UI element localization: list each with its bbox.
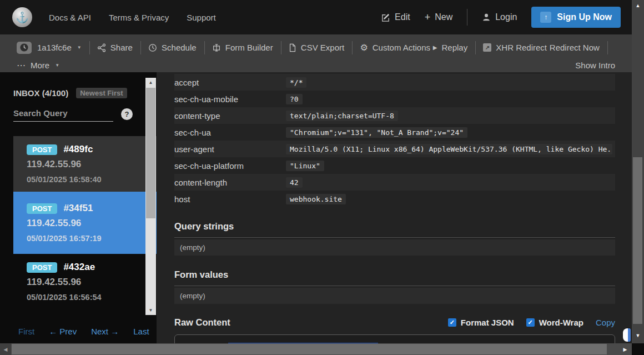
request-timestamp: 05/01/2025 16:56:54 xyxy=(27,293,159,302)
vertical-scrollbar-thumb[interactable] xyxy=(633,157,642,324)
pagination-first[interactable]: First xyxy=(18,327,34,336)
share-button[interactable]: Share xyxy=(97,43,133,52)
scroll-down-icon[interactable]: ▼ xyxy=(145,308,156,313)
csv-export-button[interactable]: CSV Export xyxy=(289,43,344,52)
sign-up-now-button[interactable]: ↑ Sign Up Now xyxy=(531,7,621,28)
sidebar-inner: INBOX (4/100) Newest First ? POST #489fc… xyxy=(0,72,157,309)
new-button[interactable]: + New xyxy=(425,12,453,23)
show-intro-link[interactable]: Show Intro xyxy=(575,61,615,70)
header-name: sec-ch-ua-mobile xyxy=(174,94,286,104)
form-values-title: Form values xyxy=(174,269,615,280)
header-row: sec-ch-ua "Chromium";v="131", "Not_A Bra… xyxy=(174,124,615,141)
replay-label: Replay xyxy=(441,43,467,52)
edit-button[interactable]: Edit xyxy=(381,12,410,22)
sort-order-badge[interactable]: Newest First xyxy=(76,88,127,98)
horizontal-scrollbar[interactable]: ◀ ▶ xyxy=(0,343,632,355)
replay-button[interactable]: ▶ Replay xyxy=(433,43,467,52)
form-builder-icon xyxy=(212,43,221,52)
scrollbar-corner xyxy=(632,343,644,355)
search-row: ? xyxy=(13,107,157,122)
login-button[interactable]: Login xyxy=(482,12,517,22)
toolbar-row-2: ⋯ More ▼ Show Intro xyxy=(17,58,615,72)
form-values-empty: (empty) xyxy=(174,288,615,304)
schedule-button[interactable]: Schedule xyxy=(148,43,197,52)
request-list: POST #489fc 119.42.55.96 05/01/2025 16:5… xyxy=(13,136,159,309)
upload-arrow-icon: ↑ xyxy=(540,12,551,23)
xhr-redirect-button[interactable]: ↗ XHR Redirect xyxy=(483,43,547,52)
request-item-selected[interactable]: POST #34f51 119.42.55.96 05/01/2025 16:5… xyxy=(13,192,159,254)
share-icon xyxy=(97,43,106,52)
scroll-up-icon[interactable]: ▲ xyxy=(632,3,644,8)
request-timestamp: 05/01/2025 16:57:19 xyxy=(27,234,159,243)
headers-table: accept */* sec-ch-ua-mobile ?0 content-t… xyxy=(174,74,615,207)
token-dropdown[interactable]: 1a13fc6e ▼ xyxy=(17,42,82,54)
scroll-right-icon[interactable]: ▶ xyxy=(620,343,630,355)
nav-right-group: Edit + New Login ↑ Sign Up Now xyxy=(381,7,621,28)
word-wrap-toggle[interactable]: ✓ Word-Wrap xyxy=(526,318,583,327)
redirect-now-button[interactable]: Redirect Now xyxy=(550,43,600,52)
csv-export-label: CSV Export xyxy=(301,43,344,52)
custom-actions-button[interactable]: ⚙ Custom Actions xyxy=(360,43,430,52)
toolbar-row-1: 1a13fc6e ▼ Share Schedule Form Builder C… xyxy=(17,37,615,58)
request-ip: 119.42.55.96 xyxy=(27,159,159,170)
header-row: sec-ch-ua-platform "Linux" xyxy=(174,157,615,174)
query-strings-empty: (empty) xyxy=(174,239,615,256)
method-badge: POST xyxy=(27,262,57,273)
checkbox-checked-icon[interactable]: ✓ xyxy=(448,318,456,327)
scroll-up-icon[interactable]: ▲ xyxy=(145,80,156,85)
method-badge: POST xyxy=(27,203,57,214)
pagination-next[interactable]: Next → xyxy=(91,327,119,336)
scroll-left-icon[interactable]: ◀ xyxy=(0,343,11,355)
form-builder-button[interactable]: Form Builder xyxy=(212,43,273,52)
header-name: content-length xyxy=(174,178,286,187)
help-icon[interactable]: ? xyxy=(121,108,133,120)
ellipsis-icon: ⋯ xyxy=(17,60,26,71)
toolbar: 1a13fc6e ▼ Share Schedule Form Builder C… xyxy=(0,34,632,72)
play-icon: ▶ xyxy=(433,44,437,51)
sign-up-label: Sign Up Now xyxy=(557,12,612,22)
format-json-toggle[interactable]: ✓ Format JSON xyxy=(448,318,514,327)
nav-link-docs-api[interactable]: Docs & API xyxy=(49,13,91,22)
app-body: INBOX (4/100) Newest First ? POST #489fc… xyxy=(0,72,632,343)
header-name: sec-ch-ua xyxy=(174,128,286,137)
form-values-section: Form values (empty) xyxy=(174,269,615,304)
pagination-last[interactable]: Last xyxy=(133,327,149,336)
horizontal-scrollbar-thumb[interactable] xyxy=(12,344,607,354)
scroll-down-icon[interactable]: ▼ xyxy=(632,333,644,338)
request-timestamp: 05/01/2025 16:58:40 xyxy=(27,175,159,184)
sidebar-scrollbar[interactable]: ▲ ▼ xyxy=(145,78,156,315)
request-item[interactable]: POST #489fc 119.42.55.96 05/01/2025 16:5… xyxy=(13,136,159,192)
request-id: #432ae xyxy=(63,262,95,273)
nav-links: Docs & API Terms & Privacy Support xyxy=(49,13,216,22)
inbox-count-label: INBOX (4/100) xyxy=(13,88,68,98)
edit-label: Edit xyxy=(395,12,410,22)
more-dropdown[interactable]: ⋯ More ▼ xyxy=(17,60,59,71)
nav-link-terms-privacy[interactable]: Terms & Privacy xyxy=(109,13,169,22)
webhook-site-logo[interactable]: ⚓ xyxy=(12,7,32,27)
nav-link-support[interactable]: Support xyxy=(187,13,216,22)
header-value: "Linux" xyxy=(286,161,324,171)
header-name: sec-ch-ua-platform xyxy=(174,161,286,171)
nav-divider xyxy=(467,9,467,26)
sidebar-scrollbar-thumb[interactable] xyxy=(146,88,155,218)
pagination-prev[interactable]: ← Prev xyxy=(49,327,77,336)
section-divider xyxy=(174,286,615,286)
clock-icon xyxy=(148,43,157,52)
more-label: More xyxy=(31,61,49,70)
raw-content-title: Raw Content xyxy=(174,317,230,328)
header-value: text/plain;charset=UTF-8 xyxy=(286,111,398,121)
search-input[interactable] xyxy=(13,107,113,122)
header-value: 42 xyxy=(286,177,303,188)
header-row: user-agent Mozilla/5.0 (X11; Linux x86_6… xyxy=(174,141,615,157)
file-icon xyxy=(289,43,296,52)
request-item[interactable]: POST #432ae 119.42.55.96 05/01/2025 16:5… xyxy=(13,254,159,309)
request-ip: 119.42.55.96 xyxy=(27,277,159,288)
request-detail-panel: accept */* sec-ch-ua-mobile ?0 content-t… xyxy=(157,72,632,343)
vertical-scrollbar[interactable]: ▲ ▼ xyxy=(632,0,644,343)
copy-button[interactable]: Copy xyxy=(596,318,615,327)
query-strings-title: Query strings xyxy=(174,221,615,232)
checkbox-checked-icon[interactable]: ✓ xyxy=(526,318,535,327)
raw-content-box[interactable]: PHPSESSID=b8623f16fd18e529dea376012be865… xyxy=(174,334,615,343)
query-strings-section: Query strings (empty) xyxy=(174,221,615,256)
section-divider xyxy=(174,237,615,238)
